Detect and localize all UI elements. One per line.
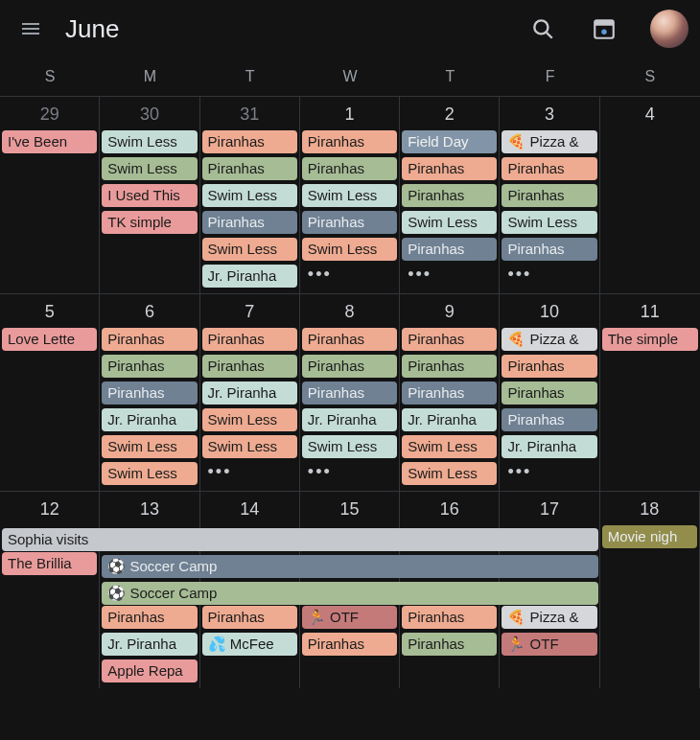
day-cell[interactable]: 1PiranhasPiranhasSwim LessPiranhasSwim L… (300, 97, 400, 293)
more-events-button[interactable]: ••• (202, 462, 297, 481)
event-chip[interactable]: The simple (602, 328, 698, 351)
day-cell[interactable]: 30Swim LessSwim LessI Used ThisTK simple (100, 97, 199, 293)
event-chip[interactable]: Jr. Piranha (202, 265, 297, 288)
day-cell[interactable]: 5Love Lette (0, 294, 100, 491)
day-number: 1 (300, 97, 399, 130)
multi-day-event[interactable]: ⚽ Soccer Camp (102, 555, 597, 578)
event-chip[interactable]: Jr. Piranha (102, 408, 197, 431)
event-chip[interactable]: Jr. Piranha (102, 633, 197, 656)
event-chip[interactable]: Swim Less (502, 211, 596, 234)
profile-avatar[interactable] (650, 10, 688, 48)
event-chip[interactable]: Piranhas (402, 157, 497, 180)
event-chip[interactable]: Piranhas (302, 633, 397, 656)
event-chip[interactable]: Piranhas (102, 606, 197, 629)
event-chip[interactable]: Jr. Piranha (502, 435, 596, 458)
event-chip[interactable]: Piranhas (102, 355, 197, 378)
more-events-button[interactable]: ••• (502, 265, 596, 284)
day-cell[interactable]: 9PiranhasPiranhasPiranhasJr. PiranhaSwim… (400, 294, 500, 491)
event-chip[interactable]: Swim Less (402, 462, 497, 485)
more-events-button[interactable]: ••• (502, 462, 596, 481)
event-chip[interactable]: 🏃 OTF (502, 633, 596, 656)
event-chip[interactable]: Piranhas (302, 355, 397, 378)
day-cell[interactable]: 4 (600, 97, 700, 293)
event-chip[interactable]: Piranhas (102, 382, 197, 405)
event-chip[interactable]: Piranhas (502, 157, 596, 180)
event-chip[interactable]: Swim Less (102, 130, 197, 153)
svg-point-0 (534, 20, 548, 34)
event-chip[interactable]: Piranhas (202, 328, 297, 351)
more-events-button[interactable]: ••• (302, 462, 397, 481)
event-chip[interactable]: The Brillia (2, 552, 97, 575)
event-chip[interactable]: Swim Less (302, 184, 397, 207)
event-chip[interactable]: Piranhas (102, 328, 197, 351)
event-chip[interactable]: Piranhas (402, 633, 497, 656)
event-chip[interactable]: Piranhas (402, 238, 497, 261)
day-cell[interactable]: 3🍕 Pizza &PiranhasPiranhasSwim LessPiran… (500, 97, 599, 293)
event-chip[interactable]: Piranhas (402, 184, 497, 207)
event-chip[interactable]: Piranhas (302, 328, 397, 351)
day-cell[interactable]: 2Field DayPiranhasPiranhasSwim LessPiran… (400, 97, 500, 293)
day-cell[interactable]: 11The simple (600, 294, 700, 491)
event-chip[interactable]: Swim Less (102, 157, 197, 180)
event-chip[interactable]: Piranhas (302, 211, 397, 234)
hamburger-menu-button[interactable] (12, 10, 50, 48)
event-chip[interactable]: Piranhas (502, 408, 596, 431)
event-chip[interactable]: Swim Less (202, 184, 297, 207)
event-chip[interactable]: Piranhas (302, 382, 397, 405)
search-button[interactable] (520, 6, 566, 52)
event-chip[interactable]: Piranhas (202, 211, 297, 234)
day-cell[interactable]: 29I've Been (0, 97, 100, 293)
event-chip[interactable]: 🍕 Pizza & (502, 130, 596, 153)
event-chip[interactable]: Swim Less (102, 462, 197, 485)
event-chip[interactable]: 🏃 OTF (302, 606, 397, 629)
event-chip[interactable]: Swim Less (302, 238, 397, 261)
day-number: 13 (100, 492, 198, 525)
event-chip[interactable]: I've Been (2, 130, 97, 153)
event-chip[interactable]: Piranhas (502, 382, 596, 405)
day-cell[interactable]: 7PiranhasPiranhasJr. PiranhaSwim LessSwi… (200, 294, 300, 491)
day-cell[interactable]: 6PiranhasPiranhasPiranhasJr. PiranhaSwim… (100, 294, 199, 491)
event-chip[interactable]: Piranhas (202, 606, 297, 629)
event-chip[interactable]: Jr. Piranha (202, 382, 297, 405)
event-chip[interactable]: Swim Less (402, 435, 497, 458)
day-cell[interactable]: 8PiranhasPiranhasPiranhasJr. PiranhaSwim… (300, 294, 400, 491)
multi-day-event[interactable]: Sophia visits (2, 528, 598, 551)
event-chip[interactable]: Swim Less (402, 211, 497, 234)
day-cell[interactable]: 10🍕 Pizza &PiranhasPiranhasPiranhasJr. P… (500, 294, 599, 491)
event-chip[interactable]: Swim Less (302, 435, 397, 458)
multi-day-event[interactable]: ⚽ Soccer Camp (102, 582, 597, 605)
event-chip[interactable]: Piranhas (302, 157, 397, 180)
today-button[interactable] (581, 6, 627, 52)
day-cell[interactable]: 31PiranhasPiranhasSwim LessPiranhasSwim … (200, 97, 300, 293)
event-chip[interactable]: I Used This (102, 184, 197, 207)
event-chip[interactable]: Swim Less (202, 238, 297, 261)
event-chip[interactable]: Movie nigh (602, 525, 697, 548)
day-cell[interactable]: 12The Brillia (0, 492, 100, 688)
event-chip[interactable]: 🍕 Pizza & (502, 606, 596, 629)
event-chip[interactable]: Swim Less (202, 408, 297, 431)
event-chip[interactable]: Piranhas (402, 355, 497, 378)
event-chip[interactable]: Apple Repa (102, 659, 197, 682)
event-chip[interactable]: Jr. Piranha (302, 408, 397, 431)
event-chip[interactable]: Piranhas (502, 355, 596, 378)
day-cell[interactable]: 18Movie nigh (600, 492, 700, 688)
event-chip[interactable]: Piranhas (202, 157, 297, 180)
event-chip[interactable]: Piranhas (202, 130, 297, 153)
event-chip[interactable]: Love Lette (2, 328, 97, 351)
event-chip[interactable]: Piranhas (202, 355, 297, 378)
event-chip[interactable]: Swim Less (102, 435, 197, 458)
event-chip[interactable]: Piranhas (502, 184, 596, 207)
event-chip[interactable]: Piranhas (402, 328, 497, 351)
event-chip[interactable]: TK simple (102, 211, 197, 234)
event-chip[interactable]: Field Day (402, 130, 497, 153)
event-chip[interactable]: Piranhas (502, 238, 596, 261)
event-chip[interactable]: Piranhas (402, 382, 497, 405)
more-events-button[interactable]: ••• (402, 265, 497, 284)
event-chip[interactable]: Jr. Piranha (402, 408, 497, 431)
event-chip[interactable]: 🍕 Pizza & (502, 328, 596, 351)
event-chip[interactable]: Piranhas (402, 606, 497, 629)
more-events-button[interactable]: ••• (302, 265, 397, 284)
event-chip[interactable]: Swim Less (202, 435, 297, 458)
event-chip[interactable]: 💦 McFee (202, 633, 297, 656)
event-chip[interactable]: Piranhas (302, 130, 397, 153)
